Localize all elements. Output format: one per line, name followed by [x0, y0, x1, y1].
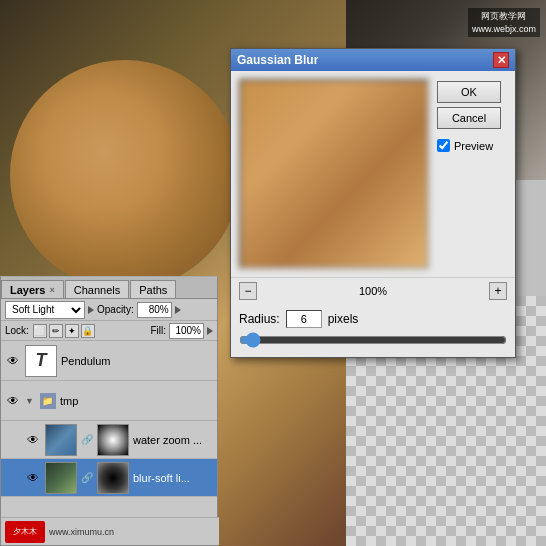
- lock-transparency-icon[interactable]: ⬜: [33, 324, 47, 338]
- bottom-bar: 夕木木 www.ximumu.cn: [1, 517, 219, 545]
- dialog-content: OK Cancel Preview: [231, 71, 515, 277]
- cancel-button[interactable]: Cancel: [437, 107, 501, 129]
- layers-list: 👁 T Pendulum 👁 ▼ 📁 tmp 👁 🔗 water zoom ..…: [1, 341, 217, 497]
- zoom-out-button[interactable]: −: [239, 282, 257, 300]
- tab-layers-label: Layers: [10, 284, 45, 296]
- dialog-close-button[interactable]: ✕: [493, 52, 509, 68]
- layer-name-tmp: tmp: [60, 395, 213, 407]
- link-icon-blursoft: 🔗: [81, 472, 93, 484]
- tab-paths[interactable]: Paths: [130, 280, 176, 298]
- tab-layers-close[interactable]: ×: [49, 285, 54, 295]
- radius-slider[interactable]: [239, 332, 507, 348]
- dialog-title: Gaussian Blur: [237, 53, 493, 67]
- folder-icon: 📁: [40, 393, 56, 409]
- dialog-titlebar: Gaussian Blur ✕: [231, 49, 515, 71]
- blur-preview[interactable]: [239, 79, 429, 269]
- blend-arrow-icon: [88, 306, 94, 314]
- opacity-row: Opacity:: [97, 302, 181, 318]
- lock-row: Lock: ⬜ ✏ ✦ 🔒 Fill:: [1, 321, 217, 341]
- eye-icon-blursoft[interactable]: 👁: [25, 470, 41, 486]
- layer-pendulum[interactable]: 👁 T Pendulum: [1, 341, 217, 381]
- zoom-minus-icon: −: [244, 284, 251, 298]
- preview-label: Preview: [454, 140, 493, 152]
- sublayer-water-zoom[interactable]: 👁 🔗 water zoom ...: [1, 421, 217, 459]
- radius-input[interactable]: [286, 310, 322, 328]
- panel-tabs: Layers × Channels Paths: [1, 277, 217, 299]
- lock-move-icon[interactable]: ✦: [65, 324, 79, 338]
- folder-expand-icon[interactable]: ▼: [25, 396, 34, 406]
- zoom-plus-icon: +: [494, 284, 501, 298]
- dialog-buttons: OK Cancel Preview: [437, 79, 501, 269]
- sublayer-blur-soft[interactable]: 👁 🔗 blur-soft li...: [1, 459, 217, 497]
- fill-row: Fill:: [150, 323, 213, 339]
- layers-panel: Layers × Channels Paths Soft Light Opaci…: [0, 276, 218, 546]
- eye-icon-pendulum[interactable]: 👁: [5, 353, 21, 369]
- logo-text: 夕木木: [13, 526, 37, 537]
- lock-label: Lock:: [5, 325, 29, 336]
- fill-label: Fill:: [150, 325, 166, 336]
- link-icon-water: 🔗: [81, 434, 93, 446]
- ximumu-url: www.ximumu.cn: [49, 527, 114, 537]
- tab-channels[interactable]: Channels: [65, 280, 129, 298]
- lock-all-icon[interactable]: 🔒: [81, 324, 95, 338]
- opacity-arrow-icon: [175, 306, 181, 314]
- opacity-input[interactable]: [137, 302, 172, 318]
- zoom-row: − 100% +: [231, 277, 515, 304]
- gaussian-blur-dialog: Gaussian Blur ✕ OK Cancel Preview − 100%…: [230, 48, 516, 358]
- layer-name-blursoft: blur-soft li...: [133, 472, 213, 484]
- tab-paths-label: Paths: [139, 284, 167, 296]
- radius-label: Radius:: [239, 312, 280, 326]
- zoom-in-button[interactable]: +: [489, 282, 507, 300]
- ximumu-logo: 夕木木: [5, 521, 45, 543]
- layer-tmp[interactable]: 👁 ▼ 📁 tmp: [1, 381, 217, 421]
- preview-check-row: Preview: [437, 139, 501, 152]
- watermark-line1: 网页教学网: [472, 10, 536, 23]
- radius-row: Radius: pixels: [231, 304, 515, 330]
- thumb-blursoft: [45, 462, 77, 494]
- thumb-water-mask: [97, 424, 129, 456]
- lock-paint-icon[interactable]: ✏: [49, 324, 63, 338]
- preview-checkbox[interactable]: [437, 139, 450, 152]
- radius-unit: pixels: [328, 312, 359, 326]
- zoom-value: 100%: [263, 285, 483, 297]
- watermark: 网页教学网 www.webjx.com: [468, 8, 540, 37]
- blend-mode-select[interactable]: Soft Light: [5, 301, 85, 319]
- eye-icon-water[interactable]: 👁: [25, 432, 41, 448]
- layer-name-water: water zoom ...: [133, 434, 213, 446]
- eye-icon-tmp[interactable]: 👁: [5, 393, 21, 409]
- opacity-label: Opacity:: [97, 304, 134, 315]
- tab-layers[interactable]: Layers ×: [1, 280, 64, 298]
- watermark-line2: www.webjx.com: [472, 23, 536, 36]
- fill-input[interactable]: [169, 323, 204, 339]
- lock-icons: ⬜ ✏ ✦ 🔒: [33, 324, 95, 338]
- fill-arrow-icon: [207, 327, 213, 335]
- thumb-blursoft-mask: [97, 462, 129, 494]
- ok-button[interactable]: OK: [437, 81, 501, 103]
- hamster-face: [10, 60, 240, 290]
- layer-name-pendulum: Pendulum: [61, 355, 213, 367]
- radius-slider-row: [231, 330, 515, 358]
- thumb-pendulum: T: [25, 345, 57, 377]
- blend-mode-row: Soft Light Opacity:: [1, 299, 217, 321]
- thumb-water: [45, 424, 77, 456]
- tab-channels-label: Channels: [74, 284, 120, 296]
